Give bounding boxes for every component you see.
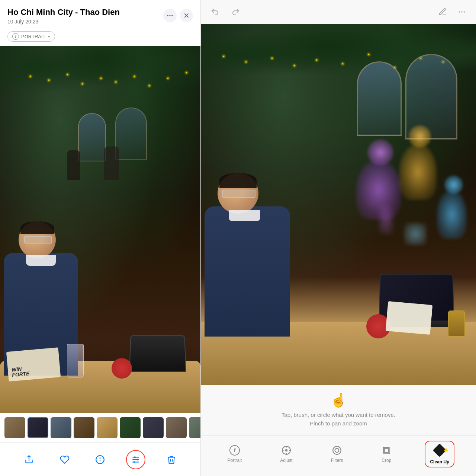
thumbnail-strip	[0, 413, 200, 443]
portrait-tool-label: Portrait	[228, 458, 242, 463]
left-header: Ho Chi Minh City - Thao Dien 10 July 20:…	[0, 0, 200, 28]
header-left-controls	[208, 5, 242, 19]
edit-photo-area[interactable]	[201, 24, 476, 385]
svg-point-11	[136, 459, 138, 460]
instruction-line-1: Tap, brush, or circle what you want to r…	[208, 411, 469, 419]
markup-button[interactable]	[436, 5, 449, 19]
thumbnail-4[interactable]	[74, 417, 94, 438]
photo-info: Ho Chi Minh City - Thao Dien 10 July 20:…	[7, 7, 120, 25]
portrait-tool-icon: f	[229, 445, 240, 456]
portrait-tool[interactable]: f Portrait	[222, 442, 247, 466]
svg-point-1	[169, 15, 170, 16]
right-main-person	[208, 173, 290, 337]
filters-tool-icon	[332, 445, 342, 456]
svg-point-14	[461, 11, 463, 13]
thumbnail-2[interactable]	[28, 417, 48, 438]
thumbnail-5[interactable]	[97, 417, 118, 438]
svg-point-23	[335, 448, 339, 452]
thumbnail-8[interactable]	[166, 417, 187, 438]
edit-toolbar: f Portrait Adjust	[201, 435, 476, 476]
close-button[interactable]: ✕	[180, 9, 193, 22]
portrait-f-icon: f	[12, 33, 19, 40]
portrait-label: PORTRAIT	[21, 34, 46, 39]
svg-marker-25	[444, 447, 448, 451]
svg-point-12	[134, 461, 135, 463]
left-panel: Ho Chi Minh City - Thao Dien 10 July 20:…	[0, 0, 201, 476]
crop-tool-icon	[381, 445, 392, 456]
crop-tool[interactable]: Crop	[376, 442, 397, 466]
delete-button[interactable]	[162, 450, 181, 469]
svg-point-22	[333, 446, 341, 454]
adjust-tool-label: Adjust	[280, 458, 292, 463]
svg-point-0	[167, 15, 168, 16]
thumbnail-9[interactable]	[189, 417, 200, 438]
header-right-controls	[436, 5, 469, 19]
favorite-button[interactable]	[55, 450, 74, 469]
crop-tool-label: Crop	[382, 458, 391, 463]
cleanup-tool[interactable]: Clean Up	[425, 441, 454, 467]
bg-person-1	[67, 150, 80, 180]
left-toolbar	[0, 443, 200, 476]
drink-glass	[67, 344, 84, 377]
filters-tool-label: Filters	[331, 458, 343, 463]
right-header	[201, 0, 476, 24]
undo-button[interactable]	[208, 5, 222, 19]
share-button[interactable]	[19, 450, 39, 469]
cleanup-instructions: ☝ Tap, brush, or circle what you want to…	[201, 385, 476, 435]
more-options-button[interactable]	[455, 5, 469, 19]
cleanup-tool-label: Clean Up	[430, 459, 449, 464]
header-buttons: ✕	[163, 9, 193, 22]
right-panel: ☝ Tap, brush, or circle what you want to…	[201, 0, 476, 476]
photo-date: 10 July 20:23	[7, 19, 120, 25]
svg-point-2	[171, 15, 173, 16]
main-photo: WINFORTE	[0, 46, 200, 413]
bg-person-2	[104, 147, 119, 180]
thumbnail-6[interactable]	[120, 417, 141, 438]
svg-point-15	[464, 11, 465, 13]
coaster	[112, 358, 132, 379]
filters-tool[interactable]: Filters	[326, 442, 348, 466]
svg-rect-24	[385, 448, 389, 452]
svg-point-17	[285, 449, 288, 451]
arch-window-1	[78, 113, 106, 161]
photo-title: Ho Chi Minh City - Thao Dien	[7, 7, 120, 17]
laptop-screen	[129, 335, 186, 372]
scene-overlay: WINFORTE	[0, 46, 200, 413]
portrait-badge[interactable]: f PORTRAIT ▾	[7, 31, 55, 42]
more-button[interactable]	[163, 9, 177, 22]
svg-point-10	[134, 456, 136, 458]
chevron-down-icon: ▾	[48, 34, 50, 39]
menu-paper: WINFORTE	[6, 347, 61, 382]
thumbnail-1[interactable]	[4, 417, 25, 438]
instruction-line-2: Pinch to pan and zoom	[208, 419, 469, 428]
hand-pointer-icon: ☝	[208, 392, 469, 408]
arch-window-2	[115, 107, 147, 160]
redo-button[interactable]	[229, 5, 242, 19]
thumbnail-3[interactable]	[51, 417, 71, 438]
cleanup-tool-icon	[433, 444, 446, 457]
svg-point-13	[459, 11, 460, 13]
edit-button[interactable]	[126, 450, 145, 469]
thumbnail-7[interactable]	[143, 417, 164, 438]
info-button[interactable]	[90, 450, 110, 469]
gold-container	[448, 311, 465, 337]
adjust-tool[interactable]: Adjust	[275, 442, 298, 466]
papers	[386, 301, 433, 335]
adjust-tool-icon	[281, 445, 292, 456]
